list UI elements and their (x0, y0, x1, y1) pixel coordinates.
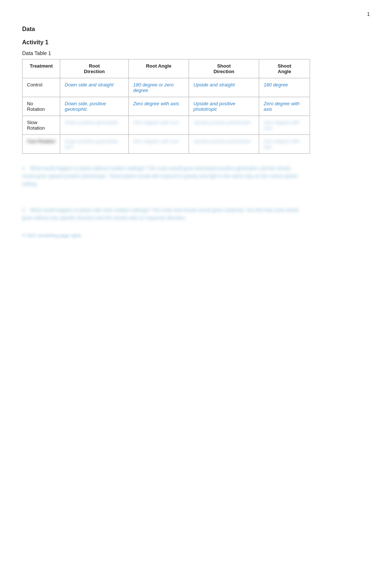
question-1-text: 1. What would happen to plants without r… (22, 165, 303, 195)
col-header-shoot-direction: ShootDirection (189, 59, 259, 78)
question-1-block: 1. What would happen to plants without r… (22, 165, 303, 195)
col-header-root-angle: Root Angle (128, 59, 189, 78)
root-angle-slow-rotation: Zero degree with axis (128, 116, 189, 135)
shoot-dir-control: Upside and straight (189, 78, 259, 97)
col-header-shoot-angle: ShootAngle (259, 59, 310, 78)
table-row: Fast Rotation Down positive geotrophic a… (23, 135, 310, 154)
root-angle-control: 180 degree or zero degree (128, 78, 189, 97)
root-angle-no-rotation: Zero degree with axis (128, 97, 189, 116)
shoot-dir-slow-rotation: Upside positive phototropic (189, 116, 259, 135)
page-number: 1 (367, 11, 370, 17)
question-2-text: 2. What would happen to plants with slow… (22, 206, 303, 222)
treatment-no-rotation: NoRotation (23, 97, 60, 116)
data-table: Treatment RootDirection Root Angle Shoot… (22, 59, 310, 154)
shoot-dir-blurred: Upside positive phototropic (189, 135, 259, 154)
root-dir-no-rotation: Down side, positive geotrophic (60, 97, 128, 116)
shoot-dir-no-rotation: Upside and positive phototropic (189, 97, 259, 116)
footer-note: © 2021 something page rights (22, 233, 303, 238)
activity-title: Activity 1 (22, 39, 370, 46)
table-label: Data Table 1 (22, 50, 370, 56)
root-angle-blurred: Zero degree with axis (128, 135, 189, 154)
col-header-root-direction: RootDirection (60, 59, 128, 78)
table-row: SlowRotation Down positive geotrophic Ze… (23, 116, 310, 135)
shoot-angle-control: 180 degree (259, 78, 310, 97)
questions-section: 1. What would happen to plants without r… (22, 165, 303, 238)
table-row: NoRotation Down side, positive geotrophi… (23, 97, 310, 116)
treatment-slow-rotation: SlowRotation (23, 116, 60, 135)
root-dir-slow-rotation: Down positive geotrophic (60, 116, 128, 135)
root-dir-blurred: Down positive geotrophic axis (60, 135, 128, 154)
table-row: Control Down side and straight 180 degre… (23, 78, 310, 97)
question-2-block: 2. What would happen to plants with slow… (22, 206, 303, 222)
shoot-angle-slow-rotation: Zero degree with axis (259, 116, 310, 135)
treatment-blurred: Fast Rotation (23, 135, 60, 154)
col-header-treatment: Treatment (23, 59, 60, 78)
shoot-angle-no-rotation: Zero degree with axis (259, 97, 310, 116)
shoot-angle-blurred: Zero degree with axis (259, 135, 310, 154)
treatment-control: Control (23, 78, 60, 97)
root-dir-control: Down side and straight (60, 78, 128, 97)
section-title: Data (22, 26, 370, 33)
